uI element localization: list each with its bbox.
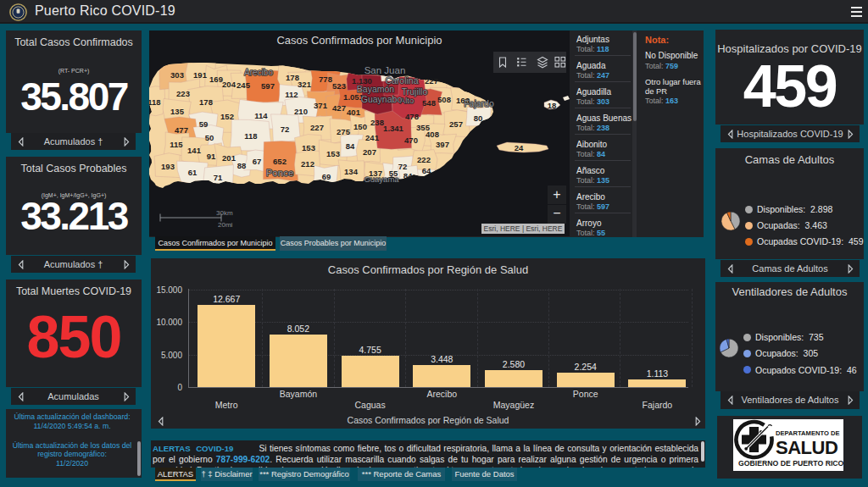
svg-text:SALUD: SALUD [776, 437, 837, 458]
svg-text:DEPARTAMENTO DE: DEPARTAMENTO DE [776, 429, 840, 437]
svg-text:115: 115 [170, 140, 183, 149]
svg-text:67: 67 [253, 157, 262, 166]
svg-text:778: 778 [319, 75, 332, 84]
svg-text:408: 408 [426, 130, 439, 139]
svg-text:72: 72 [281, 125, 290, 134]
svg-text:508: 508 [437, 95, 451, 104]
svg-text:222: 222 [417, 155, 431, 164]
svg-text:1.341: 1.341 [383, 124, 403, 133]
svg-text:401: 401 [347, 108, 361, 117]
svg-text:61: 61 [188, 168, 198, 177]
svg-text:321: 321 [298, 80, 312, 89]
svg-text:118: 118 [149, 97, 161, 107]
svg-text:GOBIERNO DE PUERTO RICO: GOBIERNO DE PUERTO RICO [738, 459, 843, 468]
svg-text:153: 153 [302, 143, 315, 152]
svg-text:San Juan: San Juan [364, 65, 406, 75]
svg-text:80: 80 [474, 113, 483, 123]
svg-text:597: 597 [261, 81, 275, 91]
svg-text:50: 50 [205, 133, 214, 142]
svg-text:178: 178 [199, 97, 213, 107]
svg-text:150: 150 [353, 122, 367, 131]
svg-text:Guaynabo: Guaynabo [361, 94, 403, 104]
svg-text:191: 191 [193, 70, 208, 80]
svg-text:652: 652 [273, 157, 287, 166]
svg-text:227: 227 [425, 76, 438, 86]
svg-text:72: 72 [398, 162, 408, 171]
svg-text:193: 193 [161, 162, 175, 171]
svg-text:238: 238 [370, 118, 384, 127]
svg-text:201: 201 [222, 153, 236, 163]
svg-text:64: 64 [422, 166, 431, 175]
svg-text:477: 477 [175, 125, 188, 135]
svg-text:478: 478 [405, 112, 419, 121]
svg-text:114: 114 [254, 111, 268, 120]
svg-text:Ponce: Ponce [266, 168, 294, 178]
svg-text:Guayama: Guayama [364, 174, 399, 184]
svg-text:523: 523 [332, 81, 346, 91]
svg-text:135: 135 [170, 107, 185, 116]
svg-text:548: 548 [422, 98, 436, 108]
svg-text:212: 212 [301, 159, 314, 169]
svg-text:210: 210 [294, 107, 308, 116]
svg-text:88: 88 [237, 161, 247, 170]
svg-text:112: 112 [285, 90, 298, 99]
svg-text:71: 71 [214, 173, 223, 182]
svg-text:84: 84 [346, 141, 355, 151]
svg-text:Arecibo: Arecibo [244, 68, 273, 77]
svg-text:153: 153 [326, 149, 340, 158]
svg-text:241: 241 [365, 133, 380, 142]
svg-text:207: 207 [363, 147, 376, 157]
svg-text:134: 134 [344, 167, 359, 176]
svg-text:257: 257 [449, 119, 463, 129]
svg-text:204: 204 [222, 80, 236, 89]
svg-text:223: 223 [176, 89, 190, 98]
svg-text:59: 59 [199, 119, 209, 129]
svg-text:18: 18 [548, 101, 557, 110]
svg-text:169: 169 [209, 75, 223, 84]
svg-text:118: 118 [244, 131, 257, 141]
svg-text:Fajardo: Fajardo [464, 98, 494, 108]
svg-text:397: 397 [436, 140, 449, 149]
svg-text:24: 24 [515, 143, 524, 152]
svg-text:152: 152 [220, 112, 234, 121]
svg-text:30km: 30km [216, 209, 233, 217]
svg-text:371: 371 [314, 101, 328, 110]
svg-text:303: 303 [170, 70, 184, 80]
svg-text:Alto: Alto [400, 96, 414, 105]
svg-text:470: 470 [404, 136, 418, 145]
svg-text:227: 227 [310, 123, 324, 132]
svg-text:275: 275 [337, 127, 351, 136]
svg-text:141: 141 [187, 146, 202, 155]
svg-text:427: 427 [332, 103, 346, 113]
svg-text:84: 84 [403, 171, 413, 180]
svg-text:245: 245 [236, 80, 251, 90]
svg-text:Bayamón: Bayamón [357, 84, 395, 94]
svg-text:69: 69 [322, 172, 331, 181]
svg-text:91: 91 [207, 152, 216, 161]
svg-text:20mi: 20mi [218, 221, 233, 229]
